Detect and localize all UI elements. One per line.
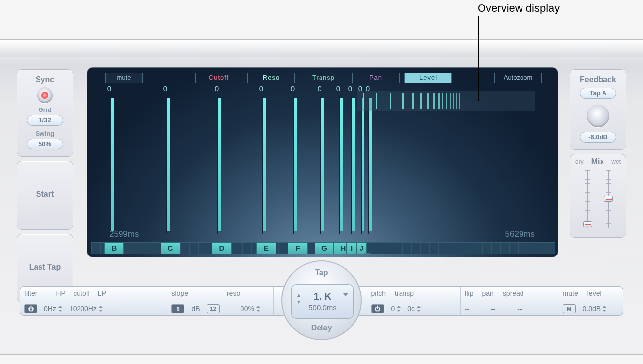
mode-cutoff[interactable]: Cutoff bbox=[195, 73, 242, 83]
overview-tap bbox=[402, 93, 404, 109]
mix-title: Mix bbox=[591, 157, 604, 166]
tap-letter-G[interactable]: G bbox=[315, 242, 334, 254]
wet-slider[interactable] bbox=[604, 168, 613, 230]
filter-header: HP – cutoff – LP bbox=[56, 290, 106, 297]
sync-title: Sync bbox=[19, 75, 71, 84]
time-right: 5629ms bbox=[505, 229, 535, 239]
filter-hp-value[interactable]: 0Hz bbox=[44, 305, 62, 313]
slope-6[interactable]: 6 bbox=[171, 304, 184, 313]
callout-label: Overview display bbox=[478, 2, 560, 15]
tap-bar[interactable] bbox=[320, 96, 325, 234]
tap-name[interactable]: 1. K bbox=[314, 291, 332, 302]
overview-tap bbox=[433, 93, 435, 109]
transp-value[interactable]: 0c bbox=[407, 305, 421, 313]
mix-module: dry Mix wet bbox=[570, 154, 626, 238]
filter-group: filter HP – cutoff – LP ⏻ 0Hz 10200Hz bbox=[20, 287, 167, 315]
start-button[interactable]: Start bbox=[17, 161, 73, 230]
pan-value[interactable]: -- bbox=[491, 305, 495, 313]
tap-bar[interactable] bbox=[293, 96, 299, 234]
overview-tap bbox=[438, 93, 440, 109]
tap-delay-medallion: Tap ▴▾ 1. K 500.0ms Delay bbox=[281, 260, 362, 340]
tap-zero: 0 bbox=[215, 84, 219, 93]
pitch-value[interactable]: 0 bbox=[391, 305, 401, 313]
tap-bar[interactable] bbox=[338, 96, 344, 234]
mode-transp[interactable]: Transp bbox=[300, 73, 347, 83]
tap-zero: 0 bbox=[259, 84, 263, 93]
tap-letter-strip[interactable]: BCDEFGHIJ ••••• bbox=[91, 241, 555, 254]
pitch-power[interactable]: ⏻ bbox=[371, 304, 384, 313]
feedback-db[interactable]: -6.0dB bbox=[580, 132, 616, 143]
overview-tap bbox=[390, 93, 391, 109]
plugin-window: Sync Grid 1/32 Swing 50% Start Last Tap … bbox=[0, 39, 643, 355]
overview-tap bbox=[420, 93, 422, 109]
overview-tap bbox=[446, 93, 447, 109]
tap-bar[interactable] bbox=[217, 96, 223, 234]
mode-pan[interactable]: Pan bbox=[352, 73, 400, 83]
tap-bar[interactable] bbox=[350, 96, 356, 234]
tap-bar[interactable] bbox=[109, 96, 115, 234]
dry-slider[interactable] bbox=[583, 168, 592, 230]
tap-zero: 0 bbox=[163, 84, 167, 93]
tap-letter-D[interactable]: D bbox=[212, 242, 232, 254]
filter-lp-value[interactable]: 10200Hz bbox=[69, 305, 103, 313]
tap-zero: 0 bbox=[336, 84, 340, 93]
tap-bar[interactable] bbox=[360, 96, 366, 234]
flip-value[interactable]: -- bbox=[465, 305, 469, 313]
pan-group: flip pan spread -- -- -- bbox=[461, 287, 559, 315]
spread-value[interactable]: -- bbox=[517, 305, 522, 313]
swing-value[interactable]: 50% bbox=[27, 139, 63, 149]
mute-label: mute bbox=[563, 290, 578, 297]
tap-display: mute Cutoff Reso Transp Pan Level Autozo… bbox=[87, 67, 558, 257]
tap-letter-C[interactable]: C bbox=[161, 242, 180, 254]
mode-reso[interactable]: Reso bbox=[247, 73, 295, 83]
overview-tap bbox=[442, 93, 443, 109]
feedback-module: Feedback Tap A -6.0dB bbox=[570, 69, 626, 150]
medallion-tap-label: Tap bbox=[282, 268, 361, 277]
overview-tap bbox=[456, 93, 457, 109]
overview-display[interactable] bbox=[357, 91, 535, 111]
tap-time[interactable]: 500.0ms bbox=[308, 303, 337, 312]
left-module-stack: Sync Grid 1/32 Swing 50% Start Last Tap bbox=[17, 69, 73, 307]
tap-zero: 0 bbox=[107, 84, 111, 93]
feedback-knob[interactable] bbox=[587, 105, 609, 127]
medallion-inner[interactable]: ▴▾ 1. K 500.0ms bbox=[291, 284, 354, 319]
output-group: mute level M 0.0dB bbox=[559, 287, 623, 315]
chassis-gloss bbox=[0, 40, 643, 57]
mute-button[interactable]: mute bbox=[105, 73, 143, 83]
tap-bar[interactable] bbox=[165, 96, 171, 234]
callout-pointer bbox=[478, 16, 479, 101]
mode-level[interactable]: Level bbox=[404, 73, 452, 83]
tap-graph[interactable] bbox=[91, 96, 555, 234]
mute-toggle[interactable]: M bbox=[563, 304, 576, 313]
mix-wet-label: wet bbox=[611, 158, 621, 165]
slope-label: slope bbox=[171, 290, 188, 297]
grid-value[interactable]: 1/32 bbox=[27, 115, 63, 126]
transp-label: transp bbox=[395, 290, 414, 297]
autozoom-button[interactable]: Autozoom bbox=[494, 73, 542, 83]
flip-label: flip bbox=[465, 290, 474, 297]
slope-12[interactable]: 12 bbox=[207, 304, 220, 313]
level-value[interactable]: 0.0dB bbox=[583, 305, 607, 313]
spread-label: spread bbox=[503, 290, 524, 297]
pan-label: pan bbox=[482, 290, 493, 297]
tap-letter-B[interactable]: B bbox=[104, 242, 124, 254]
reso-value[interactable]: 90% bbox=[241, 305, 260, 313]
overview-tap bbox=[363, 93, 364, 109]
tap-zero: 0 bbox=[291, 84, 295, 93]
sync-led[interactable] bbox=[37, 87, 53, 103]
feedback-title: Feedback bbox=[572, 75, 624, 84]
filter-label: filter bbox=[24, 290, 37, 297]
overview-tap bbox=[453, 93, 454, 109]
filter-power[interactable]: ⏻ bbox=[24, 304, 37, 313]
pitch-group: pitch transp ⏻ 0 0c bbox=[367, 287, 461, 315]
tap-letter-E[interactable]: E bbox=[256, 242, 276, 254]
tap-bar[interactable] bbox=[368, 96, 374, 234]
feedback-tap-select[interactable]: Tap A bbox=[580, 88, 616, 99]
tap-bar[interactable] bbox=[261, 96, 267, 234]
mix-dry-label: dry bbox=[575, 158, 584, 165]
tap-letter-F[interactable]: F bbox=[288, 242, 308, 254]
tap-letter-I[interactable]: I bbox=[346, 242, 357, 254]
sync-module: Sync Grid 1/32 Swing 50% bbox=[17, 69, 73, 157]
level-label: level bbox=[587, 290, 602, 297]
slope-db: dB bbox=[191, 305, 200, 313]
